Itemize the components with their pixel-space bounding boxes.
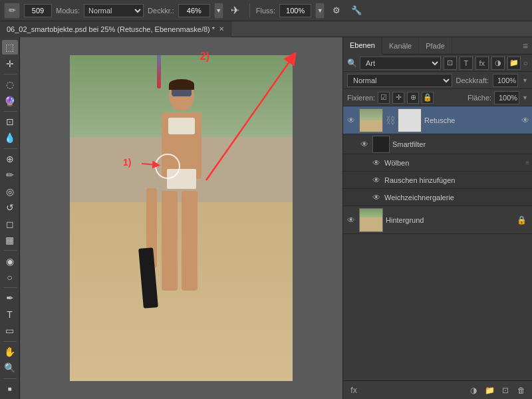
tab-close-btn[interactable]: ✕ [219, 25, 224, 33]
dodge-tool[interactable]: ○ [2, 270, 18, 285]
move-tool[interactable]: ✛ [2, 56, 18, 70]
person-head [169, 82, 194, 111]
layer-retusche[interactable]: 👁 ⛓ Retusche 👁 [343, 106, 532, 134]
fluss-input[interactable]: 100% [279, 4, 311, 17]
fix-icon-art[interactable]: ⊕ [407, 92, 419, 104]
layer-eye-woelben[interactable]: 👁 [371, 158, 382, 168]
blend-row: Normal Deckkraft: 100% ▼ [343, 72, 532, 89]
tab-kanaele[interactable]: Kanäle [382, 37, 419, 55]
hair [169, 79, 194, 90]
layer-thumb-hintergrund [359, 208, 383, 232]
layer-eye-hintergrund[interactable]: 👁 [346, 215, 356, 225]
filter-btn-adj[interactable]: ◑ [491, 57, 505, 70]
layer-smartfilter[interactable]: 👁 Smartfilter [343, 134, 532, 154]
layer-hintergrund[interactable]: 👁 Hintergrund 🔒 [343, 206, 532, 234]
layer-woelben[interactable]: 👁 Wölben ≡ [343, 154, 532, 172]
eraser-tool[interactable]: ◻ [2, 217, 18, 231]
tool-sep-6 [3, 341, 17, 342]
new-group-btn[interactable]: 📁 [483, 384, 496, 397]
extra-icon-1[interactable]: ⚙ [329, 3, 344, 19]
canvas-area: 2) [20, 37, 342, 399]
filter-btn-1[interactable]: ⊡ [444, 57, 457, 70]
tab-pfade[interactable]: Pfade [419, 37, 452, 55]
document-tab[interactable]: 06_02_smartobjekte.psd bei 25% (Retusche… [0, 21, 231, 37]
fix-icon-move[interactable]: ✛ [392, 92, 404, 104]
filter-toggle[interactable]: ○ [523, 59, 528, 68]
filter-select[interactable]: Art [360, 57, 441, 70]
pen-tool[interactable]: ✒ [2, 291, 18, 305]
right-panels: Ebenen Kanäle Pfade ≡ 🔍 Art ⊡ T [342, 37, 532, 399]
filter-btn-folder[interactable]: 📁 [507, 57, 521, 70]
deckkraft-input[interactable]: 46% [178, 4, 210, 17]
blur-tool[interactable]: ◉ [2, 253, 18, 268]
pfade-label: Pfade [426, 42, 445, 50]
tool-sep-2 [3, 111, 17, 112]
panel-tabs: Ebenen Kanäle Pfade ≡ [343, 37, 532, 55]
annotation-1: 1) [123, 157, 131, 168]
fluss-arrow[interactable]: ▼ [315, 3, 325, 19]
layer-eye-retusche[interactable]: 👁 [346, 115, 356, 126]
clone-tool[interactable]: ◎ [2, 184, 18, 199]
tab-ebenen[interactable]: Ebenen [343, 37, 382, 55]
deckkraft-arrow[interactable]: ▼ [214, 3, 223, 19]
layer-eye-smartfilter[interactable]: 👁 [359, 139, 370, 150]
blend-mode-select[interactable]: Normal [347, 74, 452, 87]
gradient-tool[interactable]: ▦ [2, 233, 18, 247]
lasso-tool[interactable]: ◌ [2, 77, 18, 92]
heal-tool[interactable]: ⊕ [2, 152, 18, 166]
zoom-tool[interactable]: 🔍 [2, 360, 18, 375]
layer-name-hintergrund: Hintergrund [386, 216, 514, 224]
fix-icon-lock[interactable]: 🔒 [422, 92, 434, 104]
deckkraft-panel-input[interactable]: 100% [493, 74, 518, 87]
layer-eye-rauschen[interactable]: 👁 [371, 175, 382, 186]
layer-eye-weichzeichner[interactable]: 👁 [371, 192, 382, 203]
search-icon: 🔍 [347, 59, 357, 68]
selection-tool[interactable]: ⬚ [2, 40, 18, 55]
crop-tool[interactable]: ⊡ [2, 114, 18, 129]
brush-tool[interactable]: ✏ [2, 168, 18, 182]
fixieren-label: Fixieren: [347, 94, 375, 102]
right-leg [182, 191, 198, 291]
quick-select-tool[interactable]: 🔮 [2, 93, 18, 108]
separator [249, 3, 250, 18]
hand-tool[interactable]: ✋ [2, 344, 18, 359]
person-figure [145, 82, 218, 321]
top-toolbar: ✏ 509 Modus: Normal Deckkr.: 46% ▼ ✈ Flu… [0, 0, 532, 21]
airbrush-icon[interactable]: ✈ [227, 3, 243, 19]
layer-name-rauschen: Rauschen hinzufügen [384, 176, 529, 184]
modus-select[interactable]: Normal [84, 4, 144, 17]
flache-down-arrow: ▼ [522, 94, 528, 101]
fix-icon-check[interactable]: ☑ [378, 92, 390, 104]
eyedropper-tool[interactable]: 💧 [2, 130, 18, 145]
delete-layer-btn[interactable]: 🗑 [515, 384, 528, 397]
tool-sep-5 [3, 287, 17, 288]
tool-sep-3 [3, 148, 17, 149]
shape-tool[interactable]: ▭ [2, 323, 18, 338]
extra-icon-2[interactable]: 🔧 [348, 3, 364, 19]
layer-lock-hintergrund: 🔒 [517, 215, 527, 225]
foreground-color[interactable]: ■ [2, 381, 18, 396]
filter-row: 🔍 Art ⊡ T fx ◑ 📁 ○ [343, 55, 532, 72]
left-toolbox: ⬚ ✛ ◌ 🔮 ⊡ 💧 ⊕ ✏ ◎ ↺ ◻ ▦ ◉ ○ ✒ T ▭ ✋ 🔍 ■ [0, 37, 20, 399]
history-brush[interactable]: ↺ [2, 200, 18, 215]
filter-btn-fx[interactable]: fx [475, 57, 489, 70]
layer-name-woelben: Wölben [384, 159, 523, 167]
ebenen-label: Ebenen [350, 41, 375, 49]
fx-btn[interactable]: fx [347, 384, 360, 397]
photo-canvas: 1) [70, 55, 293, 381]
panel-menu-btn[interactable]: ≡ [519, 41, 532, 51]
retouch-circle [155, 154, 180, 179]
layer-weichzeichner[interactable]: 👁 Weichzeichnergalerie [343, 189, 532, 206]
new-layer-btn[interactable]: ⊡ [499, 384, 512, 397]
brush-tool-icon[interactable]: ✏ [4, 3, 20, 19]
layer-mask-retusche [398, 108, 422, 132]
modus-label: Modus: [56, 7, 80, 15]
text-tool[interactable]: T [2, 307, 18, 322]
new-fill-btn[interactable]: ◑ [467, 384, 480, 397]
flache-input[interactable]: 100% [494, 91, 519, 104]
filter-btn-t[interactable]: T [460, 57, 473, 70]
layer-rauschen[interactable]: 👁 Rauschen hinzufügen [343, 172, 532, 189]
bikini-top [168, 118, 195, 134]
layer-name-smartfilter: Smartfilter [392, 140, 529, 148]
brush-size-input[interactable]: 509 [24, 4, 52, 17]
